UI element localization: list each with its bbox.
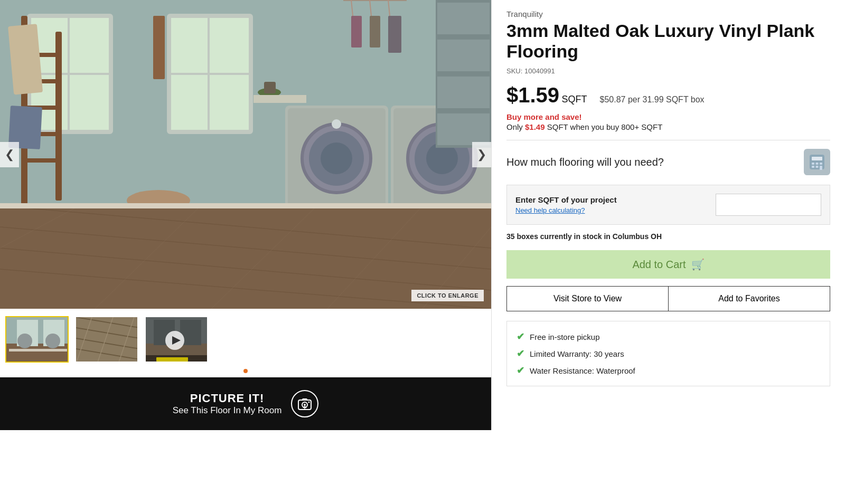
thumbnail-2[interactable] bbox=[75, 316, 138, 363]
svg-rect-65 bbox=[253, 95, 306, 103]
svg-rect-59 bbox=[351, 16, 362, 47]
dot-indicator bbox=[243, 369, 248, 373]
main-image: ❮ ❯ CLICK TO ENLARGE bbox=[0, 0, 491, 309]
svg-rect-40 bbox=[437, 3, 490, 34]
svg-rect-61 bbox=[370, 16, 380, 47]
svg-point-70 bbox=[17, 334, 32, 348]
next-image-button[interactable]: ❯ bbox=[472, 142, 491, 167]
feature-3-text: Water Resistance: Waterproof bbox=[530, 366, 635, 375]
feature-2: ✔ Limited Warranty: 30 years bbox=[517, 348, 820, 359]
check-icon-1: ✔ bbox=[517, 331, 524, 343]
add-to-cart-label: Add to Cart bbox=[632, 259, 686, 271]
svg-rect-99 bbox=[820, 163, 822, 165]
visit-store-button[interactable]: Visit Store to View bbox=[506, 286, 668, 311]
cart-icon: 🛒 bbox=[691, 258, 705, 271]
add-to-favorites-label: Add to Favorites bbox=[718, 294, 780, 303]
sqft-label-block: Enter SQFT of your project Need help cal… bbox=[515, 195, 709, 214]
add-to-favorites-button[interactable]: Add to Favorites bbox=[668, 286, 830, 311]
buy-more-prefix: Only bbox=[506, 122, 525, 131]
price-row: $1.59 SQFT $50.87 per 31.99 SQFT box bbox=[506, 83, 830, 107]
visit-store-label: Visit Store to View bbox=[553, 294, 622, 303]
picture-it-text: PICTURE IT! See This Floor In My Room bbox=[173, 392, 282, 416]
picture-it-title: PICTURE IT! bbox=[173, 392, 282, 405]
buy-more-suffix: SQFT when you buy 800+ SQFT bbox=[545, 122, 663, 131]
svg-point-28 bbox=[321, 142, 352, 174]
product-section: Tranquility 3mm Malted Oak Luxury Vinyl … bbox=[491, 0, 845, 430]
svg-rect-16 bbox=[8, 24, 43, 94]
buy-more-section: Buy more and save! Only $1.49 SQFT when … bbox=[506, 112, 830, 131]
sqft-help-link[interactable]: Need help calculating? bbox=[515, 206, 709, 214]
image-dots bbox=[0, 367, 491, 377]
sku-label: SKU: bbox=[506, 67, 522, 75]
add-to-cart-button[interactable]: Add to Cart 🛒 bbox=[506, 250, 830, 279]
action-buttons-row: Visit Store to View Add to Favorites bbox=[506, 286, 830, 311]
buy-more-title: Buy more and save! bbox=[506, 112, 830, 121]
sqft-input[interactable] bbox=[716, 194, 821, 216]
svg-rect-100 bbox=[812, 166, 814, 168]
picture-it-subtitle: See This Floor In My Room bbox=[173, 405, 282, 416]
svg-rect-67 bbox=[6, 344, 69, 363]
price-unit: SQFT bbox=[562, 94, 587, 104]
feature-1: ✔ Free in-store pickup bbox=[517, 331, 820, 343]
sqft-main-label: Enter SQFT of your project bbox=[515, 195, 709, 204]
svg-rect-63 bbox=[388, 16, 401, 53]
box-price: $50.87 per 31.99 SQFT box bbox=[600, 95, 705, 104]
features-box: ✔ Free in-store pickup ✔ Limited Warrant… bbox=[506, 321, 830, 386]
buy-more-price: $1.49 bbox=[525, 122, 545, 131]
picture-it-bar[interactable]: PICTURE IT! See This Floor In My Room bbox=[0, 377, 491, 430]
image-section: ❮ ❯ CLICK TO ENLARGE bbox=[0, 0, 491, 430]
feature-3: ✔ Water Resistance: Waterproof bbox=[517, 365, 820, 376]
thumbnail-3[interactable] bbox=[145, 316, 208, 363]
check-icon-2: ✔ bbox=[517, 348, 524, 359]
scene-svg bbox=[0, 0, 491, 309]
svg-rect-41 bbox=[437, 40, 490, 71]
feature-2-text: Limited Warranty: 30 years bbox=[530, 349, 624, 358]
svg-rect-88 bbox=[156, 357, 188, 362]
sku-line: SKU: 10040991 bbox=[506, 67, 830, 75]
thumb2-svg bbox=[76, 317, 138, 363]
svg-rect-42 bbox=[437, 77, 490, 108]
price-main: $1.59 SQFT bbox=[506, 83, 587, 107]
thumbnail-1[interactable] bbox=[5, 316, 69, 363]
left-arrow-icon: ❮ bbox=[5, 148, 14, 161]
product-title: 3mm Malted Oak Luxury Vinyl Plank Floori… bbox=[506, 21, 830, 62]
svg-rect-45 bbox=[264, 82, 276, 93]
calculator-section: How much flooring will you need? bbox=[506, 149, 830, 175]
calculator-icon bbox=[804, 149, 830, 175]
camera-icon bbox=[291, 390, 318, 417]
divider-1 bbox=[506, 140, 830, 140]
svg-rect-43 bbox=[437, 113, 490, 145]
feature-1-text: Free in-store pickup bbox=[530, 332, 600, 341]
svg-rect-56 bbox=[0, 203, 491, 208]
sqft-input-section: Enter SQFT of your project Need help cal… bbox=[506, 185, 830, 225]
svg-point-29 bbox=[332, 119, 341, 129]
svg-rect-97 bbox=[812, 163, 814, 165]
svg-point-93 bbox=[304, 404, 306, 406]
click-to-enlarge-label[interactable]: CLICK TO ENLARGE bbox=[411, 290, 484, 301]
thumb1-svg bbox=[6, 317, 69, 363]
prev-image-button[interactable]: ❮ bbox=[0, 142, 19, 167]
stock-info: 35 boxes currently in stock in Columbus … bbox=[506, 232, 830, 241]
thumb3-svg bbox=[146, 317, 208, 363]
svg-rect-64 bbox=[153, 16, 165, 79]
brand-name: Tranquility bbox=[506, 9, 830, 18]
svg-rect-96 bbox=[812, 157, 822, 160]
camera-svg bbox=[297, 396, 312, 411]
right-arrow-icon: ❯ bbox=[477, 148, 486, 161]
svg-rect-102 bbox=[820, 166, 822, 170]
svg-point-92 bbox=[308, 402, 310, 403]
check-icon-3: ✔ bbox=[517, 365, 524, 376]
svg-rect-72 bbox=[9, 349, 67, 351]
thumbnails-row bbox=[5, 309, 491, 367]
svg-rect-101 bbox=[816, 166, 819, 168]
sqft-input-row: Enter SQFT of your project Need help cal… bbox=[515, 194, 821, 216]
main-price-value: $1.59 bbox=[506, 83, 559, 107]
sku-value: 10040991 bbox=[524, 67, 555, 75]
svg-rect-98 bbox=[816, 163, 819, 165]
svg-rect-91 bbox=[302, 398, 307, 401]
svg-point-71 bbox=[45, 334, 60, 348]
calculator-label: How much flooring will you need? bbox=[506, 156, 664, 168]
buy-more-detail: Only $1.49 SQFT when you buy 800+ SQFT bbox=[506, 122, 830, 131]
svg-rect-15 bbox=[21, 158, 62, 163]
